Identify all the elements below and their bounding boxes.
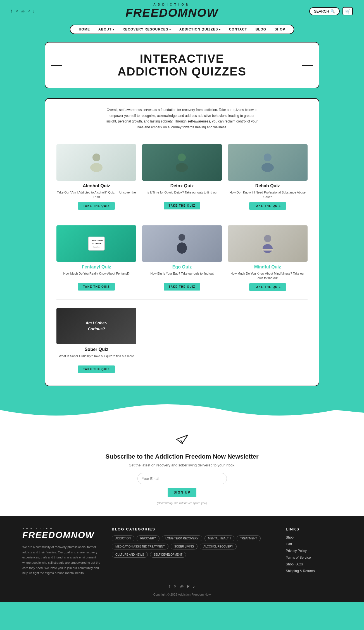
site-logo[interactable]: ADDICTION FREEDOMNOW [125, 3, 218, 20]
take-quiz-btn-rehab[interactable]: TAKE THE QUIZ [249, 202, 286, 210]
quiz-image-ego [142, 225, 222, 262]
blog-tag-mental[interactable]: MENTAL HEALTH [204, 535, 234, 541]
newsletter-title: Subscribe to the Addiction Freedom Now N… [0, 453, 364, 460]
site-header: f ✕ ◎ P ♪ ADDICTION FREEDOMNOW SEARCH 🔍 … [0, 0, 364, 22]
chevron-down-icon: ▾ [113, 28, 114, 31]
svg-point-1 [90, 163, 103, 172]
nav-about[interactable]: ABOUT ▾ [98, 27, 114, 31]
quiz-name-detox: Detox Quiz [142, 183, 222, 188]
footer-logo-eyebrow: ADDICTION [22, 527, 101, 530]
instagram-icon[interactable]: ◎ [21, 9, 25, 13]
svg-point-0 [92, 154, 100, 161]
footer-logo-main: FREEDOMNOW [22, 530, 101, 540]
blog-tag-culture[interactable]: CULTURE AND NEWS [112, 552, 148, 558]
hero-box: INTERACTIVE ADDICTION QUIZZES [45, 42, 319, 88]
footer-link-cart[interactable]: Cart [286, 542, 342, 546]
person-icon [171, 151, 193, 174]
twitter-icon[interactable]: ✕ [15, 9, 18, 13]
fentanyl-bottle: FENTANYLCITRATE injection [88, 237, 105, 251]
facebook-icon[interactable]: f [11, 9, 12, 13]
blog-tag-treatment[interactable]: TREATMENT [237, 535, 261, 541]
quiz-grid-row3: Am I Sober-Curious? Sober Quiz What Is S… [56, 304, 308, 377]
take-quiz-btn-detox[interactable]: TAKE THE QUIZ [164, 202, 200, 209]
footer-pinterest-icon[interactable]: P [187, 584, 189, 589]
nav-shop[interactable]: SHOP [275, 27, 285, 31]
blog-tag-mat[interactable]: MEDICATION ASSISTED TREATMENT [112, 544, 168, 549]
quiz-item-ego: Ego Quiz How Big Is Your Ego? Take our q… [142, 225, 222, 291]
footer-links-list: Shop Cart Privacy Policy Terms of Servic… [286, 535, 342, 573]
take-quiz-btn-sober[interactable]: TAKE THE QUIZ [78, 365, 115, 373]
footer-social: f ✕ ◎ P ♪ [22, 584, 342, 589]
footer-blog-col: BLOG CATEGORIES ADDICTION RECOVERY LONG-… [112, 527, 275, 576]
blog-tag-recovery[interactable]: RECOVERY [137, 535, 160, 541]
nav-recovery[interactable]: RECOVERY RESOURCES ▾ [123, 27, 171, 31]
blog-tag-alcohol[interactable]: ALCOHOL RECOVERY [200, 544, 237, 549]
nav-quizzes[interactable]: ADDICTION QUIZZES ▾ [179, 27, 221, 31]
take-quiz-btn-alcohol[interactable]: TAKE THE QUIZ [78, 202, 115, 210]
quiz-image-fentanyl: FENTANYLCITRATE injection [56, 225, 136, 262]
nav-inner: HOME ABOUT ▾ RECOVERY RESOURCES ▾ ADDICT… [70, 25, 294, 34]
svg-rect-10 [262, 249, 273, 251]
search-label: SEARCH [314, 9, 329, 13]
footer-facebook-icon[interactable]: f [169, 584, 170, 589]
quiz-image-alcohol [56, 144, 136, 181]
blog-tag-self[interactable]: SELF DEVELOPMENT [150, 552, 186, 558]
nav-contact[interactable]: CONTACT [229, 27, 247, 31]
blog-tag-longterm[interactable]: LONG-TERM RECOVERY [162, 535, 202, 541]
take-quiz-btn-ego[interactable]: TAKE THE QUIZ [164, 283, 200, 291]
footer-tiktok-icon[interactable]: ♪ [193, 584, 195, 589]
intro-text: Overall, self-awareness serves as a foun… [105, 107, 259, 130]
quiz-name-fentanyl: Fentanyl Quiz [56, 265, 136, 270]
footer-blog-title: BLOG CATEGORIES [112, 527, 275, 531]
email-input[interactable] [137, 473, 227, 484]
quiz-image-detox [142, 144, 222, 181]
quiz-item-mindful: Mindful Quiz How Much Do You Know About … [228, 225, 308, 291]
cart-button[interactable]: 🛒 [342, 7, 353, 15]
quiz-name-mindful: Mindful Quiz [228, 265, 308, 270]
quiz-name-ego: Ego Quiz [142, 265, 222, 270]
footer-links-col: LINKS Shop Cart Privacy Policy Terms of … [286, 527, 342, 576]
footer-link-faqs[interactable]: Shop FAQs [286, 562, 342, 566]
chevron-down-icon: ▾ [169, 28, 171, 31]
footer-about-text: We are a community of recovery professio… [22, 544, 101, 576]
quiz-desc-detox: Is It Time for Opioid Detox? Take our qu… [142, 190, 222, 199]
blog-tag-addiction[interactable]: ADDICTION [112, 535, 134, 541]
pinterest-icon[interactable]: P [27, 9, 30, 13]
footer-link-privacy[interactable]: Privacy Policy [286, 549, 342, 553]
search-button[interactable]: SEARCH 🔍 [309, 7, 340, 15]
blog-tag-sober[interactable]: SOBER LIVING [171, 544, 198, 549]
quiz-item-alcohol: Alcohol Quiz Take Our "Am I Addicted to … [56, 144, 136, 210]
main-content: Overall, self-awareness serves as a foun… [0, 94, 364, 390]
street-person-icon [256, 232, 279, 255]
blog-tags-container: ADDICTION RECOVERY LONG-TERM RECOVERY ME… [112, 535, 275, 558]
footer-instagram-icon[interactable]: ◎ [180, 584, 184, 589]
social-icons: f ✕ ◎ P ♪ [11, 9, 35, 13]
quiz-desc-sober: What Is Sober Curiosity? Take our quiz t… [56, 354, 136, 363]
svg-point-9 [263, 244, 273, 253]
nav-home[interactable]: HOME [79, 27, 90, 31]
site-footer: ADDICTION FREEDOMNOW We are a community … [0, 516, 364, 602]
take-quiz-btn-mindful[interactable]: TAKE THE QUIZ [249, 283, 286, 291]
signup-button[interactable]: SIGN UP [168, 488, 197, 497]
page-title: INTERACTIVE ADDICTION QUIZZES [56, 52, 308, 78]
footer-link-shipping[interactable]: Shipping & Returns [286, 569, 342, 573]
svg-point-6 [179, 234, 185, 241]
footer-link-shop[interactable]: Shop [286, 535, 342, 539]
logo-eyebrow: ADDICTION [125, 3, 218, 6]
quiz-desc-alcohol: Take Our "Am I Addicted to Alcohol?" Qui… [56, 190, 136, 199]
nav-blog[interactable]: BLOG [255, 27, 266, 31]
divider3 [56, 299, 308, 299]
tiktok-icon[interactable]: ♪ [33, 9, 35, 13]
content-box: Overall, self-awareness serves as a foun… [45, 98, 319, 386]
quiz-name-sober: Sober Quiz [56, 347, 136, 352]
chevron-down-icon: ▾ [219, 28, 221, 31]
footer-link-terms[interactable]: Terms of Service [286, 556, 342, 560]
svg-point-7 [177, 242, 187, 254]
quiz-grid-row1: Alcohol Quiz Take Our "Am I Addicted to … [56, 141, 308, 213]
send-icon [175, 432, 189, 446]
footer-twitter-icon[interactable]: ✕ [173, 584, 177, 589]
hero-section: INTERACTIVE ADDICTION QUIZZES [0, 36, 364, 94]
quiz-image-sober: Am I Sober-Curious? [56, 308, 136, 344]
quiz-desc-mindful: How Much Do You Know About Mindfulness? … [228, 271, 308, 280]
take-quiz-btn-fentanyl[interactable]: TAKE THE QUIZ [78, 283, 115, 291]
